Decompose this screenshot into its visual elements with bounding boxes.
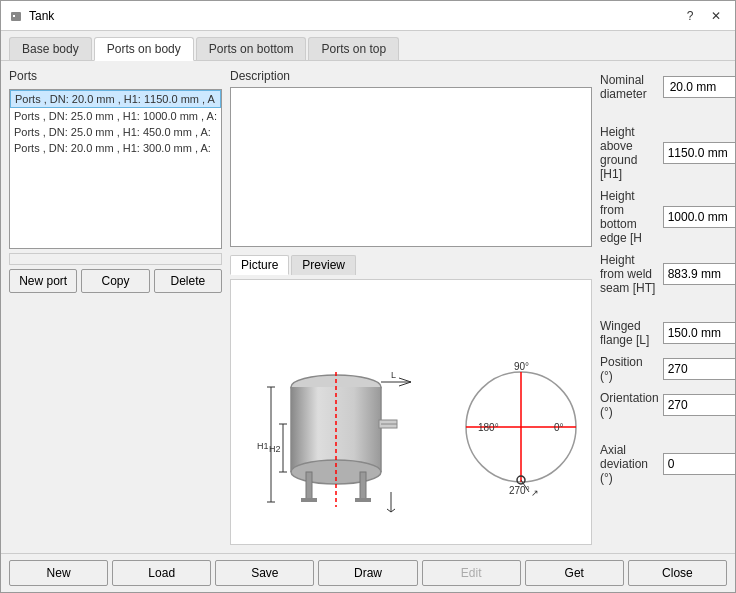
tab-base-body[interactable]: Base body bbox=[9, 37, 92, 60]
new-button[interactable]: New bbox=[9, 560, 108, 586]
height-from-bottom-edge-row: Height from bottom edge [H bbox=[600, 189, 735, 245]
app-icon bbox=[9, 9, 23, 23]
new-port-button[interactable]: New port bbox=[9, 269, 77, 293]
winged-flange-input[interactable] bbox=[663, 322, 735, 344]
help-button[interactable]: ? bbox=[679, 6, 701, 26]
axial-deviation-input[interactable] bbox=[663, 453, 735, 475]
list-item[interactable]: Ports , DN: 25.0 mm , H1: 450.0 mm , A: bbox=[10, 124, 221, 140]
nominal-diameter-label: Nominal diameter bbox=[600, 73, 659, 101]
position-input[interactable] bbox=[663, 358, 735, 380]
svg-text:90°: 90° bbox=[514, 361, 529, 372]
nominal-diameter-select[interactable]: 20.0 mm 25.0 mm 32.0 mm bbox=[663, 76, 735, 98]
axial-deviation-label: Axial deviation (°) bbox=[600, 443, 659, 485]
height-from-bottom-edge-input[interactable] bbox=[663, 206, 735, 228]
main-tabs: Base body Ports on body Ports on bottom … bbox=[1, 31, 735, 61]
svg-line-29 bbox=[391, 509, 395, 512]
tab-ports-on-top[interactable]: Ports on top bbox=[308, 37, 399, 60]
title-bar-controls: ? ✕ bbox=[679, 6, 727, 26]
edit-button[interactable]: Edit bbox=[422, 560, 521, 586]
list-item[interactable]: Ports , DN: 20.0 mm , H1: 300.0 mm , A: bbox=[10, 140, 221, 156]
get-button[interactable]: Get bbox=[525, 560, 624, 586]
height-from-weld-seam-label: Height from weld seam [HT] bbox=[600, 253, 659, 295]
height-above-ground-input[interactable] bbox=[663, 142, 735, 164]
svg-rect-7 bbox=[360, 472, 366, 500]
orientation-label: Orientation (°) bbox=[600, 391, 659, 419]
title-bar: Tank ? ✕ bbox=[1, 1, 735, 31]
close-title-button[interactable]: ✕ bbox=[705, 6, 727, 26]
svg-rect-8 bbox=[301, 498, 317, 502]
window-title: Tank bbox=[29, 9, 54, 23]
ports-list[interactable]: Ports , DN: 20.0 mm , H1: 1150.0 mm , A … bbox=[9, 89, 222, 249]
height-above-ground-label: Height above ground [H1] bbox=[600, 125, 659, 181]
winged-flange-label: Winged flange [L] bbox=[600, 319, 659, 347]
orientation-row: Orientation (°) bbox=[600, 391, 735, 419]
height-above-ground-row: Height above ground [H1] bbox=[600, 125, 735, 181]
ports-label: Ports bbox=[9, 69, 222, 83]
position-label: Position (°) bbox=[600, 355, 659, 383]
orientation-input[interactable] bbox=[663, 394, 735, 416]
svg-text:180°: 180° bbox=[478, 422, 499, 433]
load-button[interactable]: Load bbox=[112, 560, 211, 586]
bottom-bar: New Load Save Draw Edit Get Close bbox=[1, 553, 735, 592]
winged-flange-row: Winged flange [L] bbox=[600, 319, 735, 347]
svg-line-17 bbox=[399, 382, 411, 386]
svg-line-28 bbox=[387, 509, 391, 512]
tank-diagram: L H2 H1 bbox=[231, 302, 591, 522]
tab-preview[interactable]: Preview bbox=[291, 255, 356, 275]
delete-button[interactable]: Delete bbox=[154, 269, 222, 293]
svg-text:L: L bbox=[391, 370, 396, 380]
picture-tabs: Picture Preview bbox=[230, 255, 592, 275]
height-from-weld-seam-row: Height from weld seam [HT] bbox=[600, 253, 735, 295]
left-panel: Ports Ports , DN: 20.0 mm , H1: 1150.0 m… bbox=[9, 69, 222, 545]
draw-button[interactable]: Draw bbox=[318, 560, 417, 586]
description-label: Description bbox=[230, 69, 592, 83]
port-buttons: New port Copy Delete bbox=[9, 269, 222, 293]
svg-text:0°: 0° bbox=[554, 422, 564, 433]
middle-panel: Description Picture Preview bbox=[230, 69, 592, 545]
svg-rect-1 bbox=[13, 15, 15, 17]
description-area[interactable] bbox=[230, 87, 592, 247]
position-row: Position (°) bbox=[600, 355, 735, 383]
axial-deviation-row: Axial deviation (°) bbox=[600, 443, 735, 485]
tab-ports-on-bottom[interactable]: Ports on bottom bbox=[196, 37, 307, 60]
list-scrollbar[interactable] bbox=[9, 253, 222, 265]
tab-picture[interactable]: Picture bbox=[230, 255, 289, 275]
tab-ports-on-body[interactable]: Ports on body bbox=[94, 37, 194, 61]
close-button[interactable]: Close bbox=[628, 560, 727, 586]
save-button[interactable]: Save bbox=[215, 560, 314, 586]
svg-rect-0 bbox=[11, 12, 21, 21]
svg-line-16 bbox=[399, 378, 411, 382]
height-from-bottom-edge-label: Height from bottom edge [H bbox=[600, 189, 659, 245]
list-item[interactable]: Ports , DN: 20.0 mm , H1: 1150.0 mm , A bbox=[10, 90, 221, 108]
list-item[interactable]: Ports , DN: 25.0 mm , H1: 1000.0 mm , A: bbox=[10, 108, 221, 124]
svg-rect-6 bbox=[306, 472, 312, 500]
height-from-weld-seam-input[interactable] bbox=[663, 263, 735, 285]
svg-rect-9 bbox=[355, 498, 371, 502]
right-panel: Nominal diameter 20.0 mm 25.0 mm 32.0 mm… bbox=[600, 69, 735, 545]
svg-text:↗: ↗ bbox=[531, 488, 539, 498]
svg-text:H1: H1 bbox=[257, 441, 269, 451]
diagram-area: L H2 H1 bbox=[230, 279, 592, 545]
main-content: Ports Ports , DN: 20.0 mm , H1: 1150.0 m… bbox=[1, 61, 735, 553]
nominal-diameter-row: Nominal diameter 20.0 mm 25.0 mm 32.0 mm bbox=[600, 73, 735, 101]
main-window: Tank ? ✕ Base body Ports on body Ports o… bbox=[0, 0, 736, 593]
svg-text:270°: 270° bbox=[509, 485, 530, 496]
title-bar-left: Tank bbox=[9, 9, 54, 23]
copy-button[interactable]: Copy bbox=[81, 269, 149, 293]
